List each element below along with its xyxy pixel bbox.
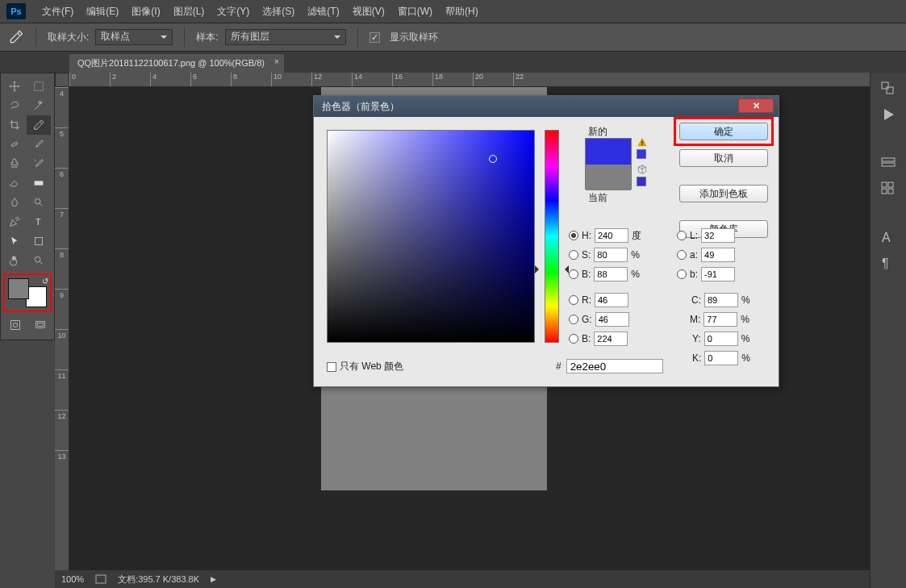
- b-hsb-input[interactable]: [594, 267, 628, 281]
- history-brush-tool[interactable]: [27, 154, 51, 173]
- zoom-level[interactable]: 100%: [61, 574, 84, 584]
- l-radio[interactable]: [677, 231, 687, 240]
- menu-layer[interactable]: 图层(L): [167, 2, 211, 22]
- svg-point-8: [13, 323, 17, 327]
- close-button[interactable]: ✕: [738, 98, 774, 113]
- saturation-box[interactable]: [327, 130, 535, 343]
- lasso-tool[interactable]: [2, 96, 27, 115]
- blur-tool[interactable]: [2, 193, 27, 212]
- h-radio[interactable]: [569, 231, 578, 240]
- a-radio[interactable]: [677, 250, 687, 260]
- b-rgb-input[interactable]: [594, 332, 628, 346]
- close-icon[interactable]: ×: [274, 57, 279, 66]
- show-ring-checkbox[interactable]: [369, 32, 380, 43]
- b-rgb-radio[interactable]: [569, 334, 578, 344]
- c-input[interactable]: [704, 293, 738, 307]
- document-tab[interactable]: QQ图片20181122100617.png @ 100%(RGB/8) ×: [69, 54, 284, 73]
- menu-view[interactable]: 视图(V): [346, 2, 391, 22]
- hand-tool[interactable]: [2, 251, 27, 270]
- r-radio[interactable]: [569, 295, 578, 305]
- l-input[interactable]: [701, 228, 735, 243]
- dodge-tool[interactable]: [27, 193, 51, 212]
- b-lab-input[interactable]: [701, 267, 735, 281]
- hex-input[interactable]: [566, 359, 663, 373]
- menu-type[interactable]: 文字(Y): [211, 2, 256, 22]
- screenmode-icon[interactable]: [28, 315, 52, 335]
- m-input[interactable]: [704, 312, 737, 327]
- menu-image[interactable]: 图像(I): [125, 2, 166, 22]
- play-panel-icon[interactable]: [879, 105, 898, 124]
- svg-rect-0: [35, 82, 44, 91]
- svg-rect-13: [882, 158, 895, 161]
- healing-tool[interactable]: [2, 135, 27, 154]
- menu-help[interactable]: 帮助(H): [439, 2, 485, 22]
- dialog-body: 新的 当前 确定 取消 添加到色板 颜色库 H: 度 S: [314, 117, 779, 386]
- paragraph-panel-icon[interactable]: ¶: [879, 253, 898, 273]
- k-input[interactable]: [704, 351, 738, 365]
- chevron-right-icon[interactable]: ▶: [211, 575, 216, 583]
- svg-rect-18: [888, 189, 893, 194]
- cube-icon[interactable]: [637, 164, 648, 175]
- stamp-tool[interactable]: [2, 154, 27, 173]
- foreground-swatch[interactable]: [8, 278, 29, 299]
- b-hsb-radio[interactable]: [569, 269, 578, 279]
- a-input[interactable]: [701, 248, 735, 262]
- menu-window[interactable]: 窗口(W): [391, 2, 439, 22]
- svg-text:A: A: [882, 231, 891, 244]
- s-input[interactable]: [594, 248, 628, 262]
- eyedropper-tool[interactable]: [27, 115, 51, 135]
- path-select-tool[interactable]: [2, 231, 27, 251]
- y-input[interactable]: [704, 332, 738, 346]
- move-tool[interactable]: [2, 77, 27, 96]
- color-panel-icon[interactable]: [879, 153, 898, 173]
- swap-colors-icon[interactable]: ↺: [42, 277, 48, 286]
- add-swatch-button[interactable]: 添加到色板: [679, 185, 768, 202]
- gradient-tool[interactable]: [27, 173, 51, 193]
- g-radio[interactable]: [569, 315, 578, 324]
- type-tool[interactable]: T: [27, 212, 51, 231]
- web-only-checkbox[interactable]: [327, 362, 336, 372]
- r-input[interactable]: [595, 293, 628, 307]
- character-panel-icon[interactable]: A: [879, 227, 898, 247]
- g-field: G:: [569, 312, 629, 327]
- magic-wand-tool[interactable]: [27, 96, 51, 115]
- foreground-background-colors[interactable]: ↺: [3, 273, 52, 312]
- quickmask-icon[interactable]: [3, 315, 27, 335]
- dialog-title-bar[interactable]: 拾色器（前景色） ✕: [314, 96, 779, 117]
- gamut-warning-icon[interactable]: [637, 136, 648, 148]
- current-color-swatch[interactable]: [586, 165, 631, 190]
- g-input[interactable]: [595, 312, 629, 327]
- swatches-panel-icon[interactable]: [879, 179, 898, 198]
- cancel-button[interactable]: 取消: [679, 149, 768, 167]
- b-lab-radio[interactable]: [677, 269, 687, 279]
- crop-tool[interactable]: [2, 115, 27, 135]
- svg-rect-12: [887, 87, 893, 94]
- menu-filter[interactable]: 滤镜(T): [301, 2, 345, 22]
- app-logo: Ps: [6, 3, 26, 19]
- menu-file[interactable]: 文件(F): [35, 2, 80, 22]
- eraser-tool[interactable]: [2, 173, 27, 193]
- pen-tool[interactable]: [2, 212, 27, 231]
- ok-button[interactable]: 确定: [679, 123, 768, 140]
- sample-size-select[interactable]: 取样点: [95, 29, 173, 45]
- shape-tool[interactable]: [27, 231, 51, 251]
- toolbox: T ↺: [0, 73, 55, 340]
- b-lab-field: b:: [677, 267, 735, 281]
- brush-tool[interactable]: [27, 135, 51, 154]
- sample-select[interactable]: 所有图层: [225, 29, 346, 45]
- color-cursor[interactable]: [489, 155, 497, 163]
- menu-edit[interactable]: 编辑(E): [80, 2, 125, 22]
- svg-rect-15: [882, 182, 887, 187]
- zoom-tool[interactable]: [27, 251, 51, 270]
- selection-tool[interactable]: [27, 77, 51, 96]
- gamut-safe-swatch[interactable]: [637, 149, 646, 159]
- menu-select[interactable]: 选择(S): [256, 2, 301, 22]
- svg-rect-17: [882, 189, 887, 194]
- history-panel-icon[interactable]: [879, 79, 898, 98]
- websafe-swatch[interactable]: [637, 177, 646, 186]
- s-radio[interactable]: [569, 250, 578, 260]
- color-preview: [585, 138, 632, 190]
- y-field: Y: %: [692, 332, 749, 346]
- web-colors-only: 只有 Web 颜色: [327, 360, 403, 373]
- h-input[interactable]: [595, 228, 628, 243]
